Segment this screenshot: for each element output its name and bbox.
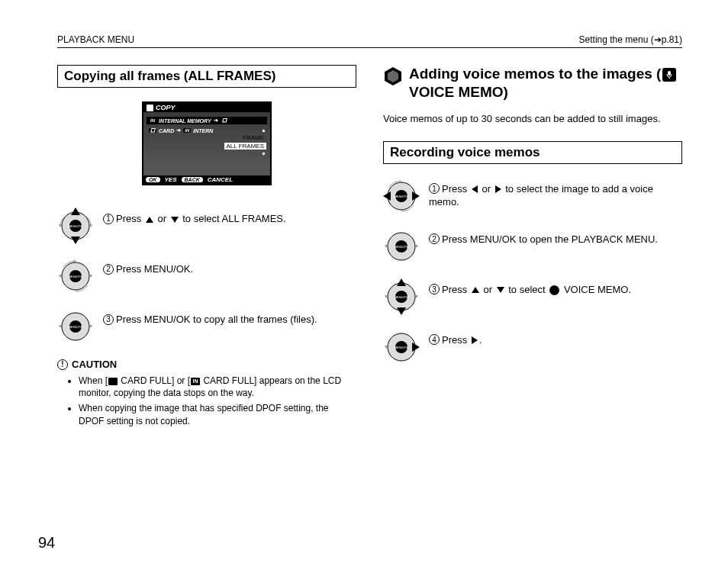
- caution-heading: ! CAUTION: [57, 359, 356, 370]
- caution-icon: !: [57, 359, 68, 370]
- down-arrow-icon: [497, 287, 504, 293]
- svg-text:MENU/OK: MENU/OK: [395, 346, 409, 349]
- dpad-updown-icon: MENU/OK: [57, 208, 94, 244]
- section-title-recording: Recording voice memos: [383, 141, 682, 164]
- svg-rect-20: [668, 71, 671, 76]
- lcd-screenshot: COPY IN INTERNAL MEMORY ➔ 🞏 🞏 CARD ➔ IN …: [57, 101, 356, 188]
- svg-marker-31: [415, 245, 418, 248]
- dpad-right-icon: MENU/OK: [383, 329, 420, 365]
- header-left: PLAYBACK MENU: [57, 34, 134, 45]
- header-right: Setting the menu (➔p.81): [579, 34, 682, 45]
- step-number-icon: 2: [429, 233, 440, 244]
- dpad-leftright-icon: MENU/OK: [383, 178, 420, 214]
- left-step-3: MENU/OK 3Press MENU/OK to copy all the f…: [57, 308, 356, 345]
- voice-memo-icon: [662, 68, 676, 82]
- svg-marker-25: [383, 191, 391, 201]
- svg-marker-36: [397, 307, 406, 315]
- right-column: Adding voice memos to the images ( VOICE…: [383, 65, 682, 430]
- page-number: 94: [38, 534, 55, 552]
- step-number-icon: 3: [103, 314, 114, 325]
- svg-text:MENU/OK: MENU/OK: [395, 295, 409, 299]
- up-arrow-icon: [472, 287, 479, 293]
- svg-marker-42: [412, 343, 420, 352]
- dpad-center-icon: MENU/OK: [57, 258, 94, 294]
- dpad-center-icon: MENU/OK: [383, 228, 420, 265]
- voice-memo-small-icon: [549, 285, 559, 295]
- svg-marker-17: [89, 325, 92, 328]
- caution-item: When [ CARD FULL] or [IN CARD FULL] appe…: [79, 375, 356, 399]
- svg-marker-3: [71, 208, 80, 215]
- caution-list: When [ CARD FULL] or [IN CARD FULL] appe…: [57, 375, 356, 427]
- svg-text:MENU/OK: MENU/OK: [395, 195, 409, 198]
- left-step-2: MENU/OK 2Press MENU/OK.: [57, 258, 356, 294]
- up-arrow-icon: [146, 217, 153, 223]
- svg-marker-37: [385, 295, 388, 298]
- svg-marker-43: [385, 346, 388, 349]
- right-arrow-icon: [472, 336, 478, 344]
- svg-marker-12: [89, 275, 92, 278]
- svg-marker-6: [89, 224, 92, 227]
- svg-marker-35: [397, 278, 406, 286]
- svg-text:MENU/OK: MENU/OK: [395, 245, 409, 249]
- dpad-center-icon: MENU/OK: [57, 308, 94, 345]
- svg-marker-5: [59, 224, 62, 227]
- dpad-updown-icon: MENU/OK: [383, 278, 420, 315]
- svg-text:MENU/OK: MENU/OK: [69, 325, 83, 329]
- svg-text:MENU/OK: MENU/OK: [69, 224, 83, 228]
- step-number-icon: 1: [103, 214, 114, 224]
- right-step-2: MENU/OK 2Press MENU/OK to open the PLAYB…: [383, 228, 682, 265]
- right-arrow-icon: [495, 185, 501, 193]
- svg-marker-38: [415, 295, 418, 298]
- step-number-icon: 1: [429, 183, 440, 194]
- down-arrow-icon: [171, 217, 179, 223]
- caution-item: When copying the image that has specifie…: [79, 402, 356, 426]
- svg-marker-11: [59, 275, 62, 278]
- svg-text:MENU/OK: MENU/OK: [69, 275, 83, 278]
- left-column: Copying all frames (ALL FRAMES) COPY IN …: [57, 65, 356, 430]
- right-step-3: MENU/OK 3Press or to select VOICE MEMO.: [383, 278, 682, 315]
- page-header: PLAYBACK MENU Setting the menu (➔p.81): [57, 34, 682, 48]
- left-step-1: MENU/OK 1Press or to select ALL FRAMES.: [57, 208, 356, 244]
- svg-marker-26: [412, 191, 420, 201]
- sd-card-icon: [108, 378, 118, 385]
- svg-marker-30: [385, 245, 388, 248]
- step-number-icon: 3: [429, 284, 440, 294]
- svg-marker-4: [71, 237, 80, 244]
- internal-memory-icon: IN: [191, 378, 200, 385]
- hexagon-icon: [383, 66, 403, 86]
- left-arrow-icon: [472, 185, 478, 193]
- section-title-all-frames: Copying all frames (ALL FRAMES): [57, 65, 356, 88]
- main-heading-voice-memo: Adding voice memos to the images ( VOICE…: [383, 65, 682, 101]
- svg-marker-16: [59, 325, 62, 328]
- step-number-icon: 2: [103, 264, 114, 275]
- right-step-4: MENU/OK 4Press .: [383, 329, 682, 365]
- intro-text: Voice memos of up to 30 seconds can be a…: [383, 112, 682, 126]
- right-step-1: MENU/OK 1Press or to select the image to…: [383, 178, 682, 214]
- step-number-icon: 4: [429, 334, 440, 345]
